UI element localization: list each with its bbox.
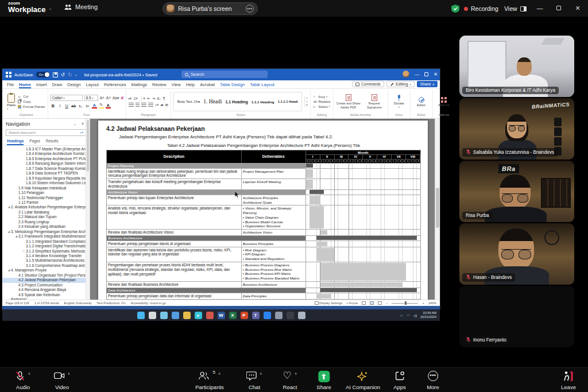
redo-icon[interactable]: ↻ (68, 72, 72, 77)
nav-heading-item[interactable]: 4.3 Project Communication (2, 283, 90, 288)
nav-heading-item[interactable]: 1.8.5 Enterprise Architecture PT PLN I..… (2, 157, 90, 161)
taskbar-icon-start[interactable] (137, 312, 145, 319)
font-size-select[interactable]: 8.5 ▾ (84, 95, 98, 101)
expand-icon[interactable]: ▷ (22, 249, 26, 254)
zoom-level[interactable]: 140% (428, 301, 436, 305)
apps-button[interactable]: Apps (393, 371, 406, 390)
font-color-red-button[interactable]: A (106, 103, 111, 108)
increase-indent-button[interactable]: ⇥ (152, 96, 155, 101)
word-search-box[interactable]: Search (181, 71, 268, 78)
taskbar-icon-teams[interactable]: T (252, 312, 260, 319)
menu-tab-view[interactable]: View (172, 82, 181, 87)
menu-tab-table-layout[interactable]: Table Layout (250, 82, 274, 87)
document-canvas[interactable]: 4.2 Jadwal Pelaksanaan Pekerjaan Jadwal … (90, 119, 440, 300)
paste-button[interactable]: Paste ▾ (7, 94, 16, 110)
nav-search-input[interactable]: Search document⌕▾ (6, 129, 86, 136)
menu-tab-mailings[interactable]: Mailings (131, 82, 147, 87)
font-color-button[interactable]: A (92, 103, 97, 108)
taskbar-icon-terminal[interactable] (287, 312, 294, 319)
focus-button[interactable]: ⌖ Focus (346, 301, 358, 305)
zoom-out-button[interactable]: − (386, 301, 388, 305)
status-item[interactable]: 1 of 23704 words (34, 301, 59, 305)
status-item[interactable]: Text Predictions: On (96, 301, 125, 305)
maximize-button[interactable] (553, 5, 564, 11)
shading-button[interactable]: ▰ (161, 103, 164, 107)
nav-tab-pages[interactable]: Pages (29, 139, 40, 145)
taskbar-icon-settings[interactable] (298, 312, 305, 319)
grow-font-button[interactable]: A˄ (100, 96, 105, 100)
audio-options-chevron-icon[interactable]: ∧ (28, 371, 31, 376)
tray-chevron-icon[interactable]: ︿ (400, 313, 403, 318)
taskbar-icon-file-explorer[interactable] (183, 312, 191, 319)
show-marks-button[interactable]: ¶ (163, 96, 165, 100)
clear-formatting-button[interactable]: A̸ (121, 96, 123, 100)
nav-tab-results[interactable]: Results (46, 139, 59, 145)
shared-screen-pill[interactable]: Risa Purba's screen ••• (163, 2, 258, 15)
line-spacing-button[interactable]: ↕≡ (155, 103, 159, 107)
recording-indicator[interactable]: Recording (464, 5, 498, 12)
menu-tab-acrobat[interactable]: Acrobat (200, 82, 215, 87)
participant-tile[interactable]: BRaiNMATiCSSalsabila Yuka Izzatunnisa - … (459, 98, 574, 160)
nav-heading-item[interactable]: 1.12 Partner (2, 200, 90, 205)
participant-tile[interactable]: Biro Kesisteman Korporasi & IT Adhi Kary… (459, 36, 574, 97)
nav-heading-item[interactable]: ▷3.1.3 Simplified Systematic Methods (2, 249, 90, 254)
participants-chevron-icon[interactable]: ∧ (218, 371, 221, 376)
nav-heading-item[interactable]: ◢3.1 Framework Integrated Multidimension… (2, 234, 90, 239)
quick-access-chevron-icon[interactable]: ▾ (75, 73, 77, 77)
react-chevron-icon[interactable]: ∧ (295, 371, 297, 376)
taskbar-icon-word[interactable]: W (218, 312, 225, 319)
taskbar-icon-widgets[interactable] (172, 312, 179, 319)
styles-gallery[interactable]: Body Text, Cha1. Headi1.1 Heading1.1.1 H… (173, 92, 302, 111)
nav-heading-item[interactable]: 1.10 Pelanggan (2, 191, 90, 195)
menu-tab-file[interactable]: File (7, 82, 14, 87)
collapse-icon[interactable]: ◢ (7, 268, 11, 273)
react-button[interactable]: ♡ ∧ React (283, 371, 297, 390)
nav-chevron-icon[interactable]: ⌄ (73, 122, 78, 126)
menu-tab-design[interactable]: Design (67, 82, 80, 87)
nav-heading-item[interactable]: 1.8.4 Enterprise Architecture Komisi P..… (2, 152, 90, 156)
nav-heading-item[interactable]: 1.8.10 Sistem Informasi Dokumen Lin... (2, 181, 90, 185)
taskbar-icon-chrome[interactable] (206, 312, 214, 319)
numbered-list-button[interactable]: 1≡ (134, 96, 138, 100)
screen-options-ellipsis-icon[interactable]: ••• (246, 5, 254, 13)
tray-volume-icon[interactable]: ◁) (413, 313, 417, 317)
security-shield-icon[interactable] (451, 5, 459, 15)
underline-button[interactable]: U (64, 104, 69, 108)
taskbar-icon-task-view[interactable] (160, 312, 168, 319)
chat-button[interactable]: ∧ Chat (246, 371, 262, 390)
nav-heading-item[interactable]: 1.11 Testimonial Pelanggan (2, 196, 90, 200)
nav-heading-item[interactable]: 1.8.7 Data Science Roadmap Komisi P... (2, 166, 90, 171)
chevron-down-icon[interactable]: ⌄ (48, 6, 52, 11)
participant-tile[interactable]: BRaRisa Purba (459, 161, 574, 222)
close-button[interactable]: ✕ (572, 5, 583, 12)
taskbar-icon-search[interactable] (149, 312, 156, 319)
find-button[interactable]: ⌕Find ▾ (313, 95, 330, 99)
request-signatures-button[interactable]: Request Signatures (363, 94, 385, 108)
participant-tile[interactable]: Hasan - Braindevs (459, 223, 574, 285)
addins-button[interactable]: Add-ins (435, 97, 452, 107)
share-button[interactable]: Share (316, 371, 331, 390)
word-restore-button[interactable] (424, 72, 428, 76)
replace-button[interactable]: abReplace (313, 100, 330, 103)
document-page[interactable]: 4.2 Jadwal Pelaksanaan Pekerjaan Jadwal … (98, 121, 428, 300)
nav-heading-item[interactable]: 3.1.5 Multidimensional Architectures (2, 258, 90, 263)
align-center-button[interactable] (136, 103, 140, 107)
comments-button[interactable]: Comments (352, 81, 384, 87)
shrink-font-button[interactable]: A˅ (106, 96, 111, 100)
style-chip[interactable]: 1.1 Heading (225, 100, 247, 104)
participant-tile[interactable]: Inonu Ferryanto (459, 286, 574, 347)
chat-chevron-icon[interactable]: ∧ (260, 371, 262, 376)
minimize-button[interactable]: — (534, 5, 546, 11)
editor-button[interactable]: Editor (413, 97, 430, 107)
nav-heading-item[interactable]: 1.8.3 ICT Master Plan (Enterprise Arch..… (2, 147, 90, 152)
menu-tab-draw[interactable]: Draw (52, 82, 63, 87)
nav-tab-headings[interactable]: Headings (7, 139, 24, 145)
highlight-button[interactable]: ✎ (99, 103, 104, 108)
taskbar-icon-powerpoint[interactable]: P (241, 312, 248, 319)
nav-scrollbar[interactable] (86, 119, 90, 300)
taskbar-icon-edge[interactable]: e (195, 312, 202, 319)
style-chip[interactable]: 1.1.1 Heading (252, 100, 274, 104)
align-left-button[interactable] (129, 103, 134, 107)
decrease-indent-button[interactable]: ⇤ (147, 96, 150, 101)
word-close-button[interactable]: ✕ (434, 72, 438, 77)
